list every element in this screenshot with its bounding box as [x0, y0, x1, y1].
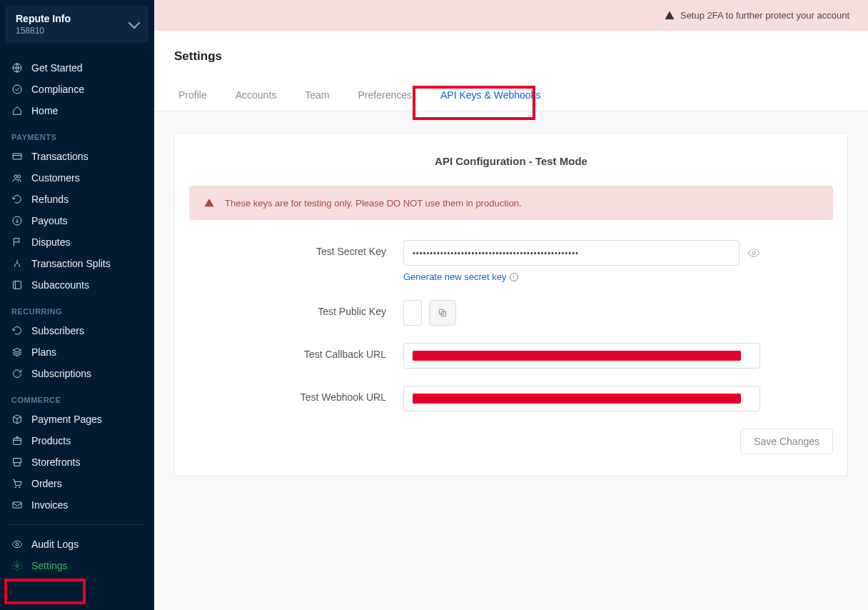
sidebar-item-customers[interactable]: Customers — [6, 167, 148, 189]
main-content: Setup 2FA to further protect your accoun… — [154, 0, 868, 610]
tab-team[interactable]: Team — [301, 81, 333, 111]
warning-icon — [665, 11, 675, 21]
svg-point-9 — [19, 487, 20, 488]
sidebar-item-label: Invoices — [31, 499, 68, 511]
callback-url-input[interactable] — [403, 343, 760, 369]
sidebar-item-label: Orders — [31, 478, 62, 489]
sidebar-item-label: Get Started — [31, 62, 83, 74]
sidebar-item-label: Transactions — [31, 151, 89, 162]
callback-url-label: Test Callback URL — [189, 343, 403, 360]
eye-icon — [11, 539, 23, 550]
info-icon: i — [510, 273, 518, 281]
sidebar-item-settings[interactable]: Settings — [6, 555, 148, 576]
webhook-url-input[interactable] — [403, 386, 760, 411]
warning-icon — [203, 197, 215, 209]
split-icon — [11, 258, 23, 269]
sidebar-item-label: Customers — [31, 172, 80, 184]
globe-icon — [11, 62, 23, 74]
generate-key-link[interactable]: Generate new secret key i — [403, 271, 518, 282]
tab-accounts[interactable]: Accounts — [231, 81, 281, 111]
svg-point-8 — [15, 487, 16, 488]
redacted-content — [413, 394, 741, 404]
flag-icon — [11, 236, 23, 248]
sidebar-item-label: Refunds — [31, 194, 69, 205]
sidebar-item-plans[interactable]: Plans — [6, 341, 148, 363]
sidebar-item-invoices[interactable]: Invoices — [6, 494, 148, 516]
svg-point-1 — [13, 85, 21, 94]
subaccount-icon — [11, 279, 23, 291]
org-switcher[interactable]: Repute Info 158810 — [6, 6, 148, 43]
sidebar-item-label: Settings — [31, 560, 68, 571]
sidebar-item-label: Compliance — [31, 84, 84, 95]
sidebar-item-label: Subaccounts — [31, 279, 89, 291]
alert-text: These keys are for testing only. Please … — [225, 198, 522, 209]
secret-key-input[interactable] — [403, 240, 740, 266]
undo-icon — [11, 325, 23, 336]
svg-point-4 — [18, 175, 21, 178]
sidebar-item-get-started[interactable]: Get Started — [6, 57, 148, 79]
copy-icon — [438, 308, 448, 318]
svg-rect-2 — [13, 154, 21, 159]
eye-icon — [747, 246, 760, 259]
sidebar-item-payment-pages[interactable]: Payment Pages — [6, 409, 148, 430]
section-label: PAYMENTS — [6, 121, 148, 146]
cart-icon — [11, 478, 23, 489]
refresh-icon — [11, 368, 23, 379]
tab-preferences[interactable]: Preferences — [354, 81, 416, 111]
sidebar-item-refunds[interactable]: Refunds — [6, 189, 148, 210]
sidebar-item-subaccounts[interactable]: Subaccounts — [6, 274, 148, 296]
content: API Configuration - Test Mode These keys… — [154, 111, 868, 498]
sidebar-item-audit-logs[interactable]: Audit Logs — [6, 534, 148, 555]
svg-point-13 — [752, 251, 755, 255]
sidebar-item-orders[interactable]: Orders — [6, 473, 148, 494]
undo-icon — [11, 194, 23, 205]
check-circle-icon — [11, 84, 23, 95]
announcement-banner[interactable]: Setup 2FA to further protect your accoun… — [154, 0, 868, 31]
save-changes-button[interactable]: Save Changes — [740, 429, 833, 454]
sidebar-item-label: Audit Logs — [31, 539, 79, 550]
sidebar-item-transaction-splits[interactable]: Transaction Splits — [6, 253, 148, 274]
gear-icon — [11, 560, 23, 571]
sidebar-item-transactions[interactable]: Transactions — [6, 146, 148, 167]
svg-point-3 — [14, 175, 17, 178]
sidebar-item-label: Transaction Splits — [31, 258, 111, 269]
sidebar-item-label: Subscriptions — [31, 368, 91, 379]
sidebar-item-label: Payment Pages — [31, 414, 102, 425]
sidebar-item-products[interactable]: Products — [6, 430, 148, 451]
mail-icon — [11, 499, 23, 511]
sidebar-item-subscribers[interactable]: Subscribers — [6, 320, 148, 341]
svg-point-12 — [16, 564, 19, 567]
sidebar-item-label: Disputes — [31, 236, 70, 248]
tab-profile[interactable]: Profile — [174, 81, 211, 111]
sidebar-item-subscriptions[interactable]: Subscriptions — [6, 363, 148, 384]
users-icon — [11, 172, 23, 184]
section-label: COMMERCE — [6, 384, 148, 409]
sidebar-item-label: Subscribers — [31, 325, 84, 336]
api-config-card: API Configuration - Test Mode These keys… — [174, 133, 848, 476]
copy-public-key-button[interactable] — [429, 300, 456, 326]
card-icon — [11, 151, 23, 162]
page-title: Settings — [174, 49, 848, 64]
stack-icon — [11, 346, 23, 358]
tab-api-keys-webhooks[interactable]: API Keys & Webhooks — [436, 81, 545, 111]
banner-text: Setup 2FA to further protect your accoun… — [680, 10, 849, 21]
store-icon — [11, 456, 23, 468]
divider — [10, 524, 144, 525]
sidebar-item-compliance[interactable]: Compliance — [6, 79, 148, 100]
sidebar-item-disputes[interactable]: Disputes — [6, 231, 148, 253]
reveal-secret-button[interactable] — [747, 246, 760, 260]
home-icon — [11, 105, 23, 116]
page-header: Settings ProfileAccountsTeamPreferencesA… — [154, 31, 868, 111]
section-label: RECURRING — [6, 296, 148, 320]
sidebar-item-label: Home — [31, 105, 58, 116]
public-key-input[interactable] — [403, 300, 422, 326]
svg-point-11 — [16, 543, 19, 546]
svg-rect-6 — [14, 281, 21, 289]
svg-rect-10 — [13, 502, 21, 508]
sidebar: Repute Info 158810 Get StartedCompliance… — [0, 0, 154, 610]
cube-icon — [11, 414, 23, 425]
sidebar-item-home[interactable]: Home — [6, 100, 148, 121]
sidebar-item-payouts[interactable]: Payouts — [6, 210, 148, 231]
box-icon — [11, 435, 23, 446]
sidebar-item-storefronts[interactable]: Storefronts — [6, 451, 148, 473]
